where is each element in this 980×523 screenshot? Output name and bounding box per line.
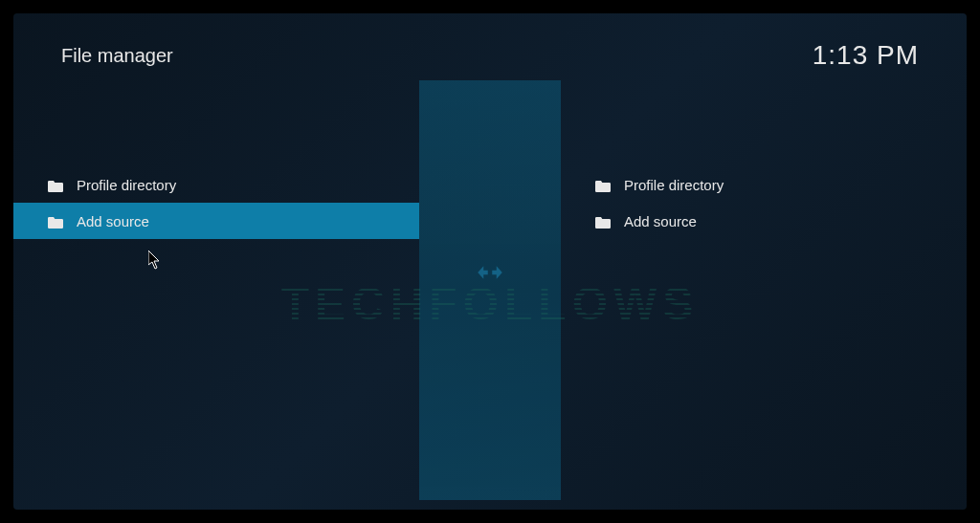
- item-label: Add source: [624, 213, 697, 229]
- content-area: Profile directory Add source: [13, 80, 967, 500]
- page-title: File manager: [61, 45, 173, 67]
- swap-arrows-icon[interactable]: [476, 262, 504, 283]
- folder-icon: [48, 215, 63, 227]
- left-pane: Profile directory Add source: [13, 80, 419, 500]
- file-panes: Profile directory Add source: [13, 80, 967, 500]
- header-bar: File manager 1:13 PM: [13, 13, 967, 80]
- folder-icon: [595, 215, 611, 227]
- left-item-add-source[interactable]: Add source: [13, 203, 419, 239]
- left-item-profile-directory[interactable]: Profile directory: [13, 166, 419, 203]
- folder-icon: [595, 179, 611, 190]
- clock: 1:13 PM: [813, 40, 919, 71]
- item-label: Add source: [77, 213, 149, 229]
- right-pane: Profile directory Add source: [561, 80, 967, 500]
- item-label: Profile directory: [624, 177, 724, 193]
- center-divider: [419, 80, 561, 500]
- folder-icon: [48, 179, 63, 190]
- right-item-add-source[interactable]: Add source: [561, 203, 967, 239]
- app-screen: File manager 1:13 PM Profile directory A…: [13, 13, 967, 510]
- right-item-profile-directory[interactable]: Profile directory: [561, 166, 967, 203]
- item-label: Profile directory: [77, 177, 176, 193]
